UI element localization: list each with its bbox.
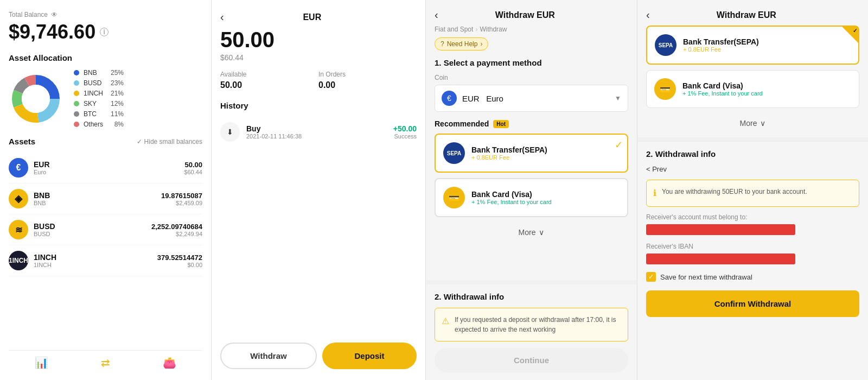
sepa-icon: SEPA [443, 142, 465, 164]
question-icon: ? [441, 40, 444, 48]
1inch-name-wrap: 1INCH 1INCH [34, 253, 157, 268]
receiver-account-redacted [646, 224, 795, 235]
busd-name-wrap: BUSD BUSD [34, 222, 151, 237]
asset-allocation-title: Asset Allocation [9, 53, 202, 62]
back-button-panel3[interactable]: ‹ [435, 9, 438, 21]
in-orders-label: In Orders [318, 71, 417, 78]
visa-info-panel4: Bank Card (Visa) + 1% Fee, Instant to yo… [682, 81, 851, 97]
save-row: ✓ Save for next time withdrawal [646, 272, 859, 282]
available-label: Available [220, 71, 318, 78]
chart-icon: 📊 [35, 356, 48, 369]
legend-1inch: 1INCH21% [74, 90, 124, 97]
sepa-card[interactable]: SEPA Bank Transfer(SEPA) + 0.8EUR Fee ✓ [435, 134, 628, 173]
coin-label: Coin [435, 74, 628, 81]
info-icon[interactable]: i [100, 28, 108, 36]
visa-icon: 💳 [443, 187, 465, 208]
more-section: More ∨ [646, 113, 859, 133]
confirm-withdrawal-button[interactable]: Confirm Withdrawal [646, 290, 859, 317]
more-label-panel4: More [740, 119, 757, 128]
eur-usd-amount: $60.44 [220, 53, 417, 62]
withdraw-button[interactable]: Withdraw [220, 343, 317, 369]
receiver-label: Receiver's account must belong to: [646, 213, 859, 221]
more-button-panel4[interactable]: More ∨ [646, 113, 859, 133]
step1-title: 1. Select a payment method [435, 58, 628, 67]
balance-row: Available 50.00 In Orders 0.00 [220, 71, 417, 90]
transfer-icon: ⇄ [101, 356, 110, 369]
hide-small-balances[interactable]: ✓ Hide small balances [137, 138, 202, 145]
asset-busd[interactable]: ≋ BUSD BUSD 2,252.09740684 $2,249.94 [9, 214, 202, 245]
eur-icon: € [9, 158, 28, 178]
asset-bnb[interactable]: ◈ BNB BNB 19.87615087 $2,459.09 [9, 183, 202, 214]
wallet-icon: 👛 [163, 356, 176, 369]
eur-value: 50.00 $60.44 [184, 161, 202, 175]
visa-icon-panel4: 💳 [654, 78, 676, 100]
nav-wallet[interactable]: 👛 [163, 356, 176, 369]
sepa-info-panel4: Bank Transfer(SEPA) + 0.8EUR Fee [683, 37, 851, 53]
sepa-name: Bank Transfer(SEPA) [471, 145, 620, 154]
info-icon2: ℹ [653, 187, 656, 200]
prev-link[interactable]: < Prev [646, 165, 859, 173]
divider2 [637, 137, 868, 142]
withdrawal-info2: 2. Withdrawal info < Prev ℹ You are with… [646, 142, 859, 325]
total-balance-label: Total Balance 👁 [9, 11, 202, 18]
in-orders-value: 0.00 [318, 80, 417, 90]
available-value: 50.00 [220, 80, 318, 90]
history-status: Success [393, 133, 417, 140]
panel2-title: EUR [224, 12, 400, 22]
eur-coin-icon: € [442, 91, 457, 106]
iban-label: Receiver's IBAN [646, 243, 859, 250]
asset-allocation: BNB25% BUSD23% 1INCH21% SKY12% BTC11% Ot… [9, 69, 202, 128]
legend-busd: BUSD23% [74, 79, 124, 87]
nav-chart[interactable]: 📊 [35, 356, 48, 369]
download-icon: ⬇ [220, 122, 240, 142]
total-balance-amount: $9,746.60 i [9, 21, 202, 43]
need-help-button[interactable]: ? Need Help › [435, 37, 488, 50]
visa-card[interactable]: 💳 Bank Card (Visa) + 1% Fee, Instant to … [435, 178, 628, 217]
history-amount-col: +50.00 Success [393, 124, 417, 140]
back-button-panel4[interactable]: ‹ [646, 9, 650, 21]
bnb-value: 19.87615087 $2,459.09 [161, 192, 202, 206]
nav-transfer[interactable]: ⇄ [101, 356, 110, 369]
save-checkbox[interactable]: ✓ [646, 272, 656, 282]
chevron-down-icon2: ∨ [539, 228, 544, 237]
withdrawal-info: 2. Withdrawal info ⚠ If you requested a … [426, 284, 637, 380]
continue-button[interactable]: Continue [435, 348, 628, 372]
legend: BNB25% BUSD23% 1INCH21% SKY12% BTC11% Ot… [74, 69, 124, 128]
breadcrumb-separator: › [475, 26, 477, 33]
save-label: Save for next time withdrawal [660, 273, 752, 281]
visa-card-panel4[interactable]: 💳 Bank Card (Visa) + 1% Fee, Instant to … [646, 70, 859, 108]
check-icon: ✓ [615, 139, 623, 151]
history-item-buy: ⬇ Buy 2021-02-11 11:46:38 +50.00 Success [220, 117, 417, 147]
eur-large-amount: 50.00 [220, 28, 417, 52]
info-box2: ℹ You are withdrawing 50EUR to your bank… [646, 180, 859, 207]
visa-info: Bank Card (Visa) + 1% Fee, Instant to yo… [471, 190, 620, 205]
warning-icon: ⚠ [442, 315, 449, 334]
divider [426, 280, 637, 284]
step2-title: 2. Withdrawal info [435, 292, 628, 301]
action-buttons: Withdraw Deposit [220, 337, 417, 369]
iban-redacted [646, 254, 795, 264]
asset-eur[interactable]: € EUR Euro 50.00 $60.44 [9, 153, 202, 183]
history-date: 2021-02-11 11:46:38 [246, 133, 393, 140]
eur-name-wrap: EUR Euro [34, 160, 184, 175]
assets-title: Assets [9, 137, 35, 146]
eye-icon[interactable]: 👁 [51, 11, 58, 18]
step2-title-panel4: 2. Withdrawal info [646, 149, 859, 159]
deposit-button[interactable]: Deposit [322, 343, 417, 369]
coin-select[interactable]: € EUR Euro ▼ [435, 85, 628, 112]
bnb-name-wrap: BNB BNB [34, 191, 161, 206]
coin-select-text: EUR Euro [462, 94, 609, 103]
chevron-right-icon: › [480, 40, 482, 48]
need-help-label: Need Help [447, 40, 478, 48]
sepa-card-panel4[interactable]: SEPA Bank Transfer(SEPA) + 0.8EUR Fee ✓ [646, 26, 859, 65]
more-button-panel3[interactable]: More ∨ [435, 223, 628, 242]
panel4-inner: ‹ Withdraw EUR SEPA Bank Transfer(SEPA) … [637, 0, 868, 380]
panel4-header: ‹ Withdraw EUR [646, 9, 859, 21]
back-button-panel2[interactable]: ‹ [220, 11, 224, 23]
asset-1inch[interactable]: 1INCH 1INCH 1INCH 379.52514472 $0.00 [9, 245, 202, 276]
sepa-info: Bank Transfer(SEPA) + 0.8EUR Fee [471, 145, 620, 161]
visa-fee: + 1% Fee, Instant to your card [471, 199, 620, 205]
legend-bnb: BNB25% [74, 69, 124, 77]
bottom-nav: 📊 ⇄ 👛 [9, 350, 202, 369]
withdraw-panel4: ‹ Withdraw EUR SEPA Bank Transfer(SEPA) … [637, 0, 868, 380]
